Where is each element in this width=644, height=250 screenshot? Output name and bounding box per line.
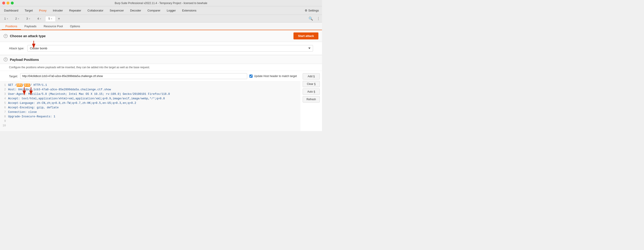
payload-positions-help-icon[interactable]: ?	[4, 57, 8, 61]
window-controls	[2, 2, 14, 5]
attack-type-section-header: ? Choose an attack type Start attack	[0, 30, 322, 42]
tab-5[interactable]: 5 ×	[45, 16, 56, 21]
target-editor-main: Target: Update Host header to match targ…	[0, 71, 300, 131]
nav-comparer[interactable]: Comparer	[144, 8, 164, 14]
tab-4[interactable]: 4 ×	[34, 16, 44, 21]
payload-positions-section: ? Payload Positions Configure the positi…	[0, 55, 322, 131]
tab-bar: 1 × 2 × 3 × 4 × 5 × + 🔍 ⋮	[0, 15, 322, 23]
nav-collaborator[interactable]: Collaborator	[84, 8, 106, 14]
subtab-options[interactable]: Options	[66, 23, 84, 30]
request-line-9: 9	[0, 119, 300, 124]
tab-3-close[interactable]: ×	[29, 17, 30, 20]
auto-section-button[interactable]: Auto §	[303, 88, 320, 95]
clear-section-button[interactable]: Clear §	[303, 81, 320, 87]
tab-2-close[interactable]: ×	[18, 17, 19, 20]
tab-2-label: 2	[15, 17, 17, 20]
top-navigation: Dashboard Target Proxy Intruder Repeater…	[0, 6, 322, 15]
nav-proxy[interactable]: Proxy	[36, 8, 50, 14]
attack-type-label: Attack type:	[9, 47, 24, 50]
nav-extensions[interactable]: Extensions	[179, 8, 200, 14]
update-host-text: Update Host header to match target	[254, 75, 297, 78]
settings-label: Settings	[308, 9, 319, 12]
attack-type-help-icon[interactable]: ?	[4, 34, 8, 38]
tab-5-label: 5	[48, 17, 50, 20]
request-line-3: 3 User-Agent: Mozilla/5.0 (Macintosh; In…	[0, 92, 300, 97]
nav-logger[interactable]: Logger	[164, 8, 179, 14]
request-line-7: 7 Connection: close	[0, 110, 300, 115]
subtab-positions[interactable]: Positions	[2, 23, 21, 30]
attack-type-title: Choose an attack type	[10, 34, 46, 38]
tab-5-close[interactable]: ×	[51, 17, 52, 20]
payload-positions-header: ? Payload Positions	[0, 55, 322, 64]
payload-positions-title: Payload Positions	[10, 58, 39, 61]
tab-1-label: 1	[4, 17, 6, 20]
subtab-bar: Positions Payloads Resource Pool Options	[0, 23, 322, 30]
request-line-5: 5 Accept-Language: zh-CN,zh;q=0.8,zh-TW;…	[0, 101, 300, 106]
request-line-2: 2 Host: 04c8dbcd-1cb3-47a0-a3ce-85e2899d…	[0, 88, 300, 92]
start-attack-button[interactable]: Start attack	[294, 32, 318, 39]
target-label: Target:	[9, 75, 18, 78]
more-options-icon[interactable]: ⋮	[316, 16, 321, 22]
tab-add-button[interactable]: +	[56, 16, 62, 21]
update-host-label[interactable]: Update Host header to match target	[250, 75, 297, 78]
main-content: ? Choose an attack type Start attack Att…	[0, 30, 322, 131]
attack-type-select[interactable]: Cluster bomb Sniper Battering ram Pitchf…	[28, 45, 313, 52]
subtab-payloads[interactable]: Payloads	[21, 23, 40, 30]
settings-button[interactable]: ⚙ Settings	[302, 8, 321, 13]
side-buttons-panel: Add § Clear § Auto § Refresh	[300, 71, 322, 131]
request-line-8: 8 Upgrade-Insecure-Requests: 1	[0, 115, 300, 119]
subtab-resource-pool[interactable]: Resource Pool	[40, 23, 66, 30]
nav-sequencer[interactable]: Sequencer	[106, 8, 127, 14]
request-editor[interactable]: 1 GET /§0§/§1§/ HTTP/1.1 2 Host: 04c8dbc…	[0, 81, 300, 131]
minimize-button[interactable]	[6, 2, 10, 5]
tab-2[interactable]: 2 ×	[12, 16, 22, 21]
search-icon[interactable]: 🔍	[308, 16, 314, 22]
app-title: Burp Suite Professional v2022.11.4 - Tem…	[114, 2, 207, 5]
add-section-button[interactable]: Add §	[303, 73, 320, 79]
nav-decoder[interactable]: Decoder	[127, 8, 144, 14]
tab-3[interactable]: 3 ×	[23, 16, 34, 21]
tabbar-right: 🔍 ⋮	[308, 16, 321, 22]
nav-dashboard[interactable]: Dashboard	[1, 8, 22, 14]
request-line-4: 4 Accept: text/html,application/xhtml+xm…	[0, 97, 300, 101]
target-input[interactable]	[20, 73, 247, 79]
nav-intruder[interactable]: Intruder	[50, 8, 66, 14]
topnav-right: ⚙ Settings	[302, 8, 321, 13]
target-row: Target: Update Host header to match targ…	[0, 71, 300, 81]
tab-1[interactable]: 1 ×	[1, 16, 12, 21]
update-host-checkbox[interactable]	[250, 75, 252, 78]
gear-icon: ⚙	[305, 9, 308, 12]
close-button[interactable]	[2, 2, 5, 5]
tab-1-close[interactable]: ×	[7, 17, 8, 20]
tab-3-label: 3	[26, 17, 28, 20]
request-line-1: 1 GET /§0§/§1§/ HTTP/1.1	[0, 83, 300, 88]
tab-4-label: 4	[37, 17, 39, 20]
request-line-10: 10	[0, 124, 300, 128]
payload-positions-description: Configure the positions where payloads w…	[0, 64, 322, 71]
attack-type-row: Attack type: Cluster bomb Sniper Batteri…	[0, 42, 322, 55]
nav-repeater[interactable]: Repeater	[66, 8, 84, 14]
maximize-button[interactable]	[11, 2, 14, 5]
titlebar: Burp Suite Professional v2022.11.4 - Tem…	[0, 0, 322, 6]
request-line-6: 6 Accept-Encoding: gzip, deflate	[0, 106, 300, 110]
refresh-button[interactable]: Refresh	[303, 96, 320, 102]
nav-target[interactable]: Target	[22, 8, 36, 14]
target-and-editor: Target: Update Host header to match targ…	[0, 71, 322, 131]
tab-4-close[interactable]: ×	[40, 17, 41, 20]
